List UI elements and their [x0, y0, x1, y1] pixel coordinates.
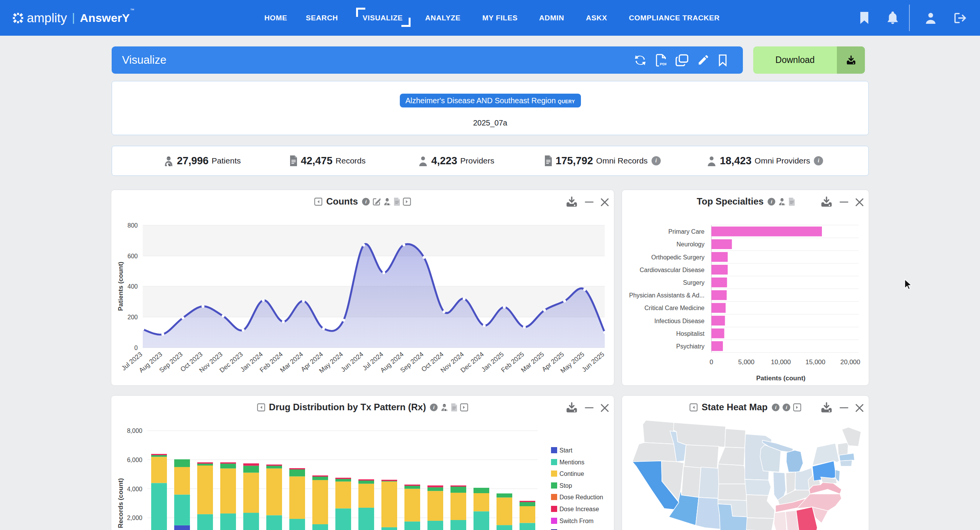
- svg-text:Surgery: Surgery: [683, 279, 704, 286]
- svg-text:2,000: 2,000: [127, 515, 142, 521]
- svg-text:Psychiatry: Psychiatry: [676, 343, 704, 350]
- svg-text:Patients (count): Patients (count): [756, 375, 805, 382]
- svg-text:i: i: [365, 199, 366, 205]
- svg-text:i: i: [433, 405, 435, 410]
- svg-text:i: i: [771, 199, 772, 205]
- svg-text:PDF: PDF: [660, 62, 667, 66]
- svg-text:5,000: 5,000: [738, 358, 755, 366]
- svg-text:Jun 2024: Jun 2024: [340, 351, 365, 374]
- svg-text:0: 0: [709, 358, 713, 366]
- svg-text:6,000: 6,000: [127, 457, 142, 463]
- svg-text:Jun 2025: Jun 2025: [581, 351, 606, 374]
- svg-text:Critical Care Medicine: Critical Care Medicine: [645, 305, 705, 311]
- svg-text:Start: Start: [559, 447, 572, 454]
- svg-text:Dose Increase: Dose Increase: [559, 506, 599, 512]
- svg-text:Cardiovascular Disease: Cardiovascular Disease: [640, 267, 704, 273]
- svg-text:Mar 2024: Mar 2024: [279, 351, 304, 374]
- svg-text:15,000: 15,000: [805, 358, 825, 366]
- svg-text:Dose Reduction: Dose Reduction: [559, 494, 603, 500]
- svg-text:Infectious Disease: Infectious Disease: [654, 318, 704, 324]
- svg-text:Stop: Stop: [559, 482, 572, 489]
- svg-text:Patients (count): Patients (count): [117, 262, 124, 311]
- svg-text:Continue: Continue: [559, 471, 584, 477]
- svg-text:10,000: 10,000: [771, 358, 791, 366]
- svg-text:800: 800: [127, 222, 138, 229]
- svg-text:0: 0: [134, 345, 138, 351]
- svg-text:Primary Care: Primary Care: [668, 228, 704, 235]
- svg-text:600: 600: [127, 253, 138, 259]
- svg-text:20,000: 20,000: [840, 358, 860, 366]
- svg-text:8,000: 8,000: [127, 428, 142, 434]
- svg-text:200: 200: [127, 314, 138, 320]
- svg-text:Mentions: Mentions: [559, 459, 584, 466]
- svg-text:Records (count): Records (count): [117, 478, 124, 528]
- svg-text:Physician Assistants & Ad...: Physician Assistants & Ad...: [629, 292, 704, 299]
- svg-text:Switch From: Switch From: [559, 518, 594, 524]
- svg-text:Neurology: Neurology: [676, 241, 704, 248]
- svg-text:Hospitalist: Hospitalist: [676, 330, 704, 337]
- svg-text:400: 400: [127, 283, 138, 290]
- svg-text:Orthopedic Surgery: Orthopedic Surgery: [651, 254, 704, 261]
- svg-text:4,000: 4,000: [127, 486, 142, 492]
